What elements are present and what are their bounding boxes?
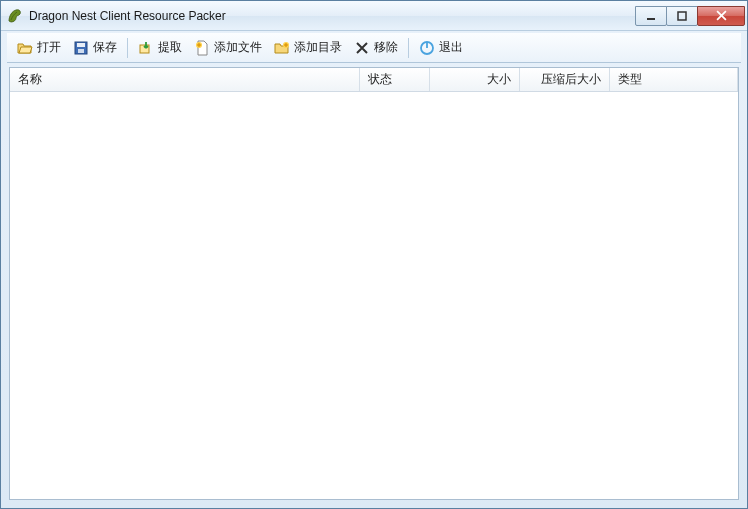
svg-rect-0 <box>647 18 655 20</box>
exit-button[interactable]: 退出 <box>413 36 469 59</box>
add-dir-button[interactable]: 添加目录 <box>268 36 348 59</box>
column-size[interactable]: 大小 <box>430 68 520 91</box>
column-type[interactable]: 类型 <box>610 68 738 91</box>
toolbar-separator <box>408 38 409 58</box>
power-icon <box>419 40 435 56</box>
remove-label: 移除 <box>374 39 398 56</box>
remove-icon <box>354 40 370 56</box>
column-compressed-size[interactable]: 压缩后大小 <box>520 68 610 91</box>
open-button[interactable]: 打开 <box>11 36 67 59</box>
application-window: Dragon Nest Client Resource Packer 打开 <box>0 0 748 509</box>
svg-rect-3 <box>77 43 85 47</box>
add-dir-label: 添加目录 <box>294 39 342 56</box>
titlebar[interactable]: Dragon Nest Client Resource Packer <box>1 1 747 31</box>
maximize-button[interactable] <box>666 6 698 26</box>
window-title: Dragon Nest Client Resource Packer <box>29 9 636 23</box>
file-list-body[interactable] <box>10 92 738 499</box>
file-list-panel: 名称 状态 大小 压缩后大小 类型 <box>9 67 739 500</box>
column-state[interactable]: 状态 <box>360 68 430 91</box>
exit-label: 退出 <box>439 39 463 56</box>
open-label: 打开 <box>37 39 61 56</box>
svg-rect-4 <box>78 49 84 53</box>
add-file-button[interactable]: 添加文件 <box>188 36 268 59</box>
close-button[interactable] <box>697 6 745 26</box>
floppy-icon <box>73 40 89 56</box>
folder-open-icon <box>17 40 33 56</box>
extract-icon <box>138 40 154 56</box>
save-button[interactable]: 保存 <box>67 36 123 59</box>
add-file-label: 添加文件 <box>214 39 262 56</box>
extract-label: 提取 <box>158 39 182 56</box>
column-name[interactable]: 名称 <box>10 68 360 91</box>
remove-button[interactable]: 移除 <box>348 36 404 59</box>
folder-add-icon <box>274 40 290 56</box>
save-label: 保存 <box>93 39 117 56</box>
extract-button[interactable]: 提取 <box>132 36 188 59</box>
svg-rect-1 <box>678 12 686 20</box>
file-new-icon <box>194 40 210 56</box>
toolbar-separator <box>127 38 128 58</box>
column-headers: 名称 状态 大小 压缩后大小 类型 <box>10 68 738 92</box>
toolbar: 打开 保存 提取 <box>7 33 741 63</box>
app-icon <box>7 8 23 24</box>
window-controls <box>636 6 745 26</box>
minimize-button[interactable] <box>635 6 667 26</box>
